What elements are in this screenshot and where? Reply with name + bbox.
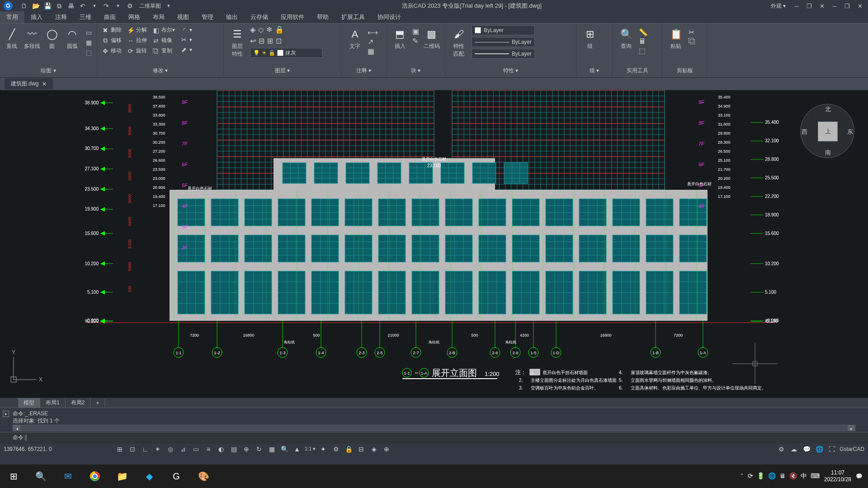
measure-icon[interactable]: 📏: [639, 28, 648, 37]
rect-button[interactable]: ▭: [83, 28, 94, 37]
text-button[interactable]: A文字: [344, 25, 366, 52]
region-button[interactable]: ⬚: [83, 48, 94, 57]
doc-tab[interactable]: 建筑图.dwg ✕: [5, 78, 53, 89]
tab-14[interactable]: 协同设计: [371, 11, 407, 23]
qat-open-icon[interactable]: 📂: [32, 2, 40, 10]
tab-6[interactable]: 布局: [146, 11, 171, 23]
rotate-button[interactable]: ⟳旋转: [125, 46, 149, 56]
line-button[interactable]: ╱直线: [3, 25, 21, 52]
stretch-button[interactable]: ↔拉伸: [125, 36, 149, 45]
tab-10[interactable]: 云存储: [244, 11, 274, 23]
cyc-icon[interactable]: ↻: [254, 445, 264, 454]
model-tab[interactable]: 模型: [18, 398, 40, 408]
drawing-canvas[interactable]: 38.90034.30030.70027.10023.50019.90015.6…: [0, 90, 868, 398]
viewcube[interactable]: 北 南 东 西 上: [800, 104, 854, 158]
copy-button[interactable]: ⿻复制: [151, 46, 177, 56]
start-button[interactable]: ⊞: [0, 465, 27, 488]
win-close-icon[interactable]: ✕: [854, 1, 865, 10]
cut-icon[interactable]: ✂: [689, 28, 696, 37]
tab-11[interactable]: 应用软件: [274, 11, 311, 23]
scale-button[interactable]: ⬈▾: [179, 45, 194, 54]
group-annot-label[interactable]: 注释 ▾: [344, 66, 383, 75]
tray-network-icon[interactable]: 🌐: [768, 472, 776, 480]
appearance-menu[interactable]: 外观 ▾: [771, 2, 786, 10]
delete-button[interactable]: ✖删除: [100, 25, 123, 35]
cloud-icon[interactable]: ☁: [789, 445, 799, 454]
tray-ime-icon[interactable]: 中: [801, 472, 807, 480]
qat-print-icon[interactable]: 🖶: [67, 2, 75, 10]
polar-icon[interactable]: ✴: [153, 445, 163, 454]
circle-button[interactable]: ◯圆: [43, 25, 61, 52]
insert-button[interactable]: ⬒插入: [389, 25, 410, 52]
paint-icon[interactable]: 🎨: [190, 465, 217, 488]
action-center-icon[interactable]: 💬: [856, 473, 863, 479]
break-button[interactable]: ⚡分解: [125, 25, 149, 35]
layout2-tab[interactable]: 布局2: [66, 398, 91, 408]
group-props-label[interactable]: 特性 ▾: [448, 66, 573, 75]
fillet-button[interactable]: ◜▾: [179, 25, 194, 34]
tab-5[interactable]: 网格: [122, 11, 146, 23]
model-icon[interactable]: ▦: [267, 445, 277, 454]
table-icon[interactable]: ▦: [368, 47, 378, 56]
tray-volume-icon[interactable]: 🔇: [789, 472, 797, 480]
viewcube-s[interactable]: 南: [825, 149, 831, 157]
viewcube-n[interactable]: 北: [825, 105, 831, 113]
tray-keyboard-icon[interactable]: ⌨: [811, 472, 820, 480]
ortho-icon[interactable]: ∟: [140, 445, 150, 454]
block-create-icon[interactable]: ▣: [412, 27, 419, 36]
group-block-label[interactable]: 块 ▾: [389, 66, 442, 75]
gear-icon[interactable]: ⚙: [776, 445, 786, 454]
ann-icon[interactable]: 🔍: [279, 445, 289, 454]
group-modify-label[interactable]: 修改 ▾: [100, 66, 221, 75]
mdi-close-icon[interactable]: ✕: [816, 1, 827, 10]
tray-sync-icon[interactable]: ⟳: [748, 472, 753, 480]
layer-iso-icon[interactable]: ◈: [250, 25, 255, 34]
layer-prev-icon[interactable]: ↩: [250, 37, 256, 45]
layer-off-icon[interactable]: ◇: [258, 25, 264, 34]
mail-icon[interactable]: ✉: [54, 465, 81, 488]
taskbar-clock[interactable]: 11:07 2022/10/28: [824, 469, 851, 483]
layer-match-icon[interactable]: ⊟: [259, 37, 264, 45]
explorer-icon[interactable]: 📁: [108, 465, 136, 488]
bool-button[interactable]: ◧布尔▾: [151, 25, 177, 35]
notif-icon[interactable]: 💬: [802, 445, 811, 454]
trans-icon[interactable]: ◐: [216, 445, 226, 454]
tab-1[interactable]: 插入: [24, 11, 49, 23]
annscale-icon[interactable]: ▲: [292, 445, 302, 454]
tab-9[interactable]: 输出: [220, 11, 244, 23]
app-logo[interactable]: G: [0, 0, 16, 12]
layer-freeze-icon[interactable]: ❄: [266, 25, 272, 34]
group-button[interactable]: ⊞组: [579, 25, 601, 52]
polyline-button[interactable]: 〰多段线: [23, 25, 42, 52]
tab-12[interactable]: 帮助: [311, 11, 335, 23]
osnap-icon[interactable]: ◎: [165, 445, 175, 454]
qat-undo-drop[interactable]: ▼: [90, 2, 99, 10]
qat-new-icon[interactable]: 🗋: [20, 2, 28, 10]
group-group-label[interactable]: 组 ▾: [579, 66, 609, 75]
tray-battery-icon[interactable]: 🔋: [757, 472, 764, 480]
calc-icon[interactable]: 🖩: [639, 38, 648, 46]
hw-icon[interactable]: ⊟: [356, 445, 366, 454]
qat-save-icon[interactable]: 💾: [43, 2, 52, 10]
qr-button[interactable]: ▩二维码: [421, 25, 442, 52]
group-draw-label[interactable]: 绘图 ▾: [3, 66, 94, 75]
globe-icon[interactable]: 🌐: [814, 445, 824, 454]
status-scale[interactable]: 1:1 ▾: [305, 446, 316, 452]
doc-tab-close-icon[interactable]: ✕: [42, 81, 47, 87]
gstarcad-taskbar-icon[interactable]: G: [163, 465, 190, 488]
lw-icon[interactable]: ≡: [203, 445, 213, 454]
tab-3[interactable]: 三维: [73, 11, 98, 23]
select-icon[interactable]: ⬚: [639, 47, 648, 55]
layerprops-button[interactable]: ☰图层 特性: [226, 25, 248, 60]
qat-drop[interactable]: ▼: [165, 2, 173, 10]
qat-workspace-label[interactable]: 二维草图: [139, 2, 161, 10]
layer-state-icon[interactable]: ⊡: [276, 37, 282, 45]
move-button[interactable]: ✥移动: [100, 46, 123, 56]
mirror-button[interactable]: ⇄镜像: [151, 36, 177, 45]
search-taskbar-icon[interactable]: 🔍: [27, 465, 54, 488]
paste-button[interactable]: 📋粘贴: [665, 25, 687, 52]
win-minimize-icon[interactable]: ─: [829, 1, 840, 10]
linetype-selector[interactable]: ByLayer: [472, 37, 535, 47]
tab-8[interactable]: 管理: [195, 11, 220, 23]
ws-icon[interactable]: ⚙: [331, 445, 341, 454]
